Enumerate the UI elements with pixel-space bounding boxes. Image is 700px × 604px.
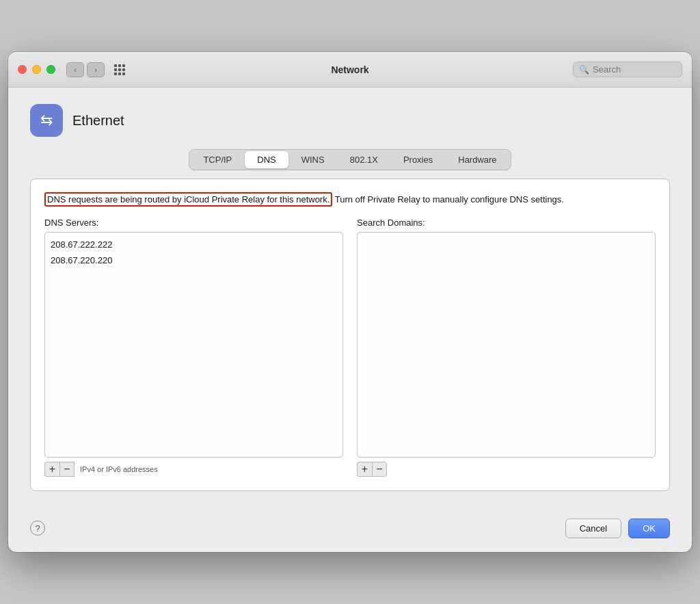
dns-columns: DNS Servers: 208.67.222.222 208.67.220.2… [44,218,656,477]
tabs: TCP/IP DNS WINS 802.1X Proxies Hardware [189,149,511,170]
content-area: ⇆ Ethernet TCP/IP DNS WINS 802.1X Proxie… [8,88,692,508]
search-domains-list[interactable] [357,232,656,458]
dns-add-button[interactable]: + [44,462,59,477]
dns-servers-col: DNS Servers: 208.67.222.222 208.67.220.2… [44,218,343,477]
domains-add-button[interactable]: + [357,462,372,477]
tab-hardware[interactable]: Hardware [446,151,509,168]
ethernet-icon: ⇆ [30,104,63,137]
titlebar: ‹ › Network 🔍 [8,52,692,88]
dns-remove-button[interactable]: − [59,462,75,477]
help-button[interactable]: ? [30,521,45,536]
network-window: ‹ › Network 🔍 ⇆ Ethernet TCP/IP DNS [8,52,692,552]
window-title: Network [331,64,368,75]
tabs-container: TCP/IP DNS WINS 802.1X Proxies Hardware [30,149,670,170]
back-button[interactable]: ‹ [66,62,84,77]
notice-text: DNS requests are being routed by iCloud … [44,193,656,207]
tab-proxies[interactable]: Proxies [391,151,445,168]
domains-remove-button[interactable]: − [372,462,387,477]
close-button[interactable] [18,65,27,74]
footer-buttons: Cancel OK [565,518,670,538]
notice-rest: Turn off Private Relay to manually confi… [332,194,564,205]
minimize-button[interactable] [32,65,41,74]
forward-button[interactable]: › [87,62,105,77]
ethernet-icon-symbol: ⇆ [40,111,53,129]
notice-highlighted: DNS requests are being routed by iCloud … [44,192,332,207]
tab-8021x[interactable]: 802.1X [338,151,390,168]
search-input[interactable] [593,64,676,75]
search-icon: 🔍 [579,65,589,75]
tab-tcpip[interactable]: TCP/IP [191,151,244,168]
tab-wins[interactable]: WINS [289,151,337,168]
grid-icon[interactable] [114,64,126,75]
dns-servers-actions: + − IPv4 or IPv6 addresses [44,462,343,477]
nav-buttons: ‹ › [66,62,105,77]
traffic-lights [18,65,55,74]
footer: ? Cancel OK [8,508,692,552]
ok-button[interactable]: OK [628,518,670,538]
search-domains-label: Search Domains: [357,218,656,228]
maximize-button[interactable] [46,65,55,74]
tab-dns[interactable]: DNS [245,151,288,168]
search-domains-actions: + − [357,462,656,477]
dns-action-hint: IPv4 or IPv6 addresses [80,465,158,473]
ethernet-header: ⇆ Ethernet [30,104,670,137]
list-item[interactable]: 208.67.220.220 [51,252,337,268]
ethernet-title: Ethernet [72,113,124,129]
dns-servers-list[interactable]: 208.67.222.222 208.67.220.220 [44,232,343,458]
dns-panel: DNS requests are being routed by iCloud … [30,179,670,491]
search-domains-col: Search Domains: + − [357,218,656,477]
cancel-button[interactable]: Cancel [565,518,621,538]
list-item[interactable]: 208.67.222.222 [51,237,337,252]
dns-servers-label: DNS Servers: [44,218,343,228]
search-box[interactable]: 🔍 [573,62,682,77]
